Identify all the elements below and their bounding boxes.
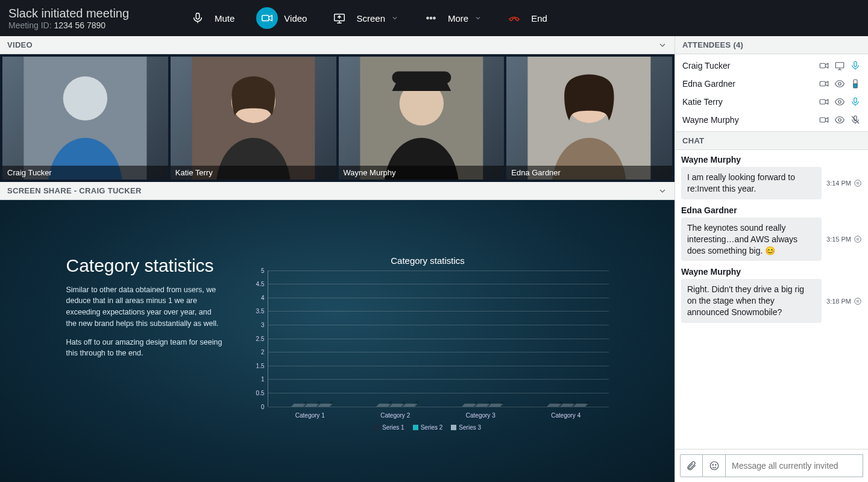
chat-text: Right. Didn't they drive a big rig on th… bbox=[681, 279, 822, 323]
svg-point-30 bbox=[855, 298, 861, 305]
svg-rect-22 bbox=[820, 99, 825, 104]
more-button[interactable]: More bbox=[420, 7, 482, 29]
chat-meta: 3:15 PM bbox=[826, 235, 862, 243]
chevron-down-icon bbox=[658, 186, 667, 196]
bar-chart: 0 0.5 1 1.5 2 2.5 3 3.5 4 4.5 5 Category… bbox=[247, 271, 609, 427]
svg-point-23 bbox=[838, 101, 841, 104]
microphone-icon bbox=[850, 96, 861, 107]
svg-rect-21 bbox=[854, 84, 857, 88]
message-options-icon[interactable] bbox=[854, 297, 862, 305]
screen-label: Screen bbox=[356, 13, 385, 23]
attendee-row[interactable]: Edna Gardner bbox=[675, 75, 868, 93]
svg-rect-0 bbox=[196, 13, 200, 19]
video-tile[interactable]: Wayne Murphy bbox=[339, 57, 505, 180]
video-icon bbox=[256, 7, 278, 29]
svg-point-32 bbox=[712, 465, 714, 466]
video-tile[interactable]: Craig Tucker bbox=[2, 57, 168, 180]
video-button[interactable]: Video bbox=[256, 7, 307, 29]
attendees-section-title: ATTENDEES (4) bbox=[682, 40, 743, 49]
hang-up-icon bbox=[503, 7, 525, 29]
camera-icon bbox=[819, 60, 829, 71]
more-icon bbox=[420, 7, 442, 29]
svg-point-7 bbox=[63, 77, 107, 120]
attendees-list: Craig Tucker Edna Gardner Katie Terry Wa… bbox=[675, 54, 868, 131]
svg-point-5 bbox=[433, 17, 435, 19]
microphone-icon bbox=[187, 7, 209, 29]
microphone-muted-icon bbox=[850, 114, 861, 125]
x-tick-label: Category 3 bbox=[466, 412, 495, 419]
camera-icon bbox=[819, 78, 829, 89]
attendee-row[interactable]: Katie Terry bbox=[675, 93, 868, 111]
chat-meta: 3:18 PM bbox=[826, 297, 862, 305]
chat-message: Edna Gardner The keynotes sound really i… bbox=[681, 205, 862, 261]
x-tick-label: Category 4 bbox=[551, 412, 580, 419]
svg-rect-18 bbox=[820, 81, 825, 86]
eye-icon bbox=[834, 114, 845, 125]
smiley-icon bbox=[709, 460, 720, 471]
avatar bbox=[339, 57, 505, 180]
mute-label: Mute bbox=[215, 13, 234, 23]
screen-button[interactable]: Screen bbox=[329, 7, 398, 29]
video-tile[interactable]: Katie Terry bbox=[171, 57, 336, 180]
video-label: Video bbox=[284, 13, 307, 23]
meeting-id-label: Meeting ID: bbox=[8, 20, 52, 30]
x-tick-label: Category 1 bbox=[295, 412, 325, 419]
legend-item: Series 1 bbox=[374, 424, 404, 431]
svg-point-4 bbox=[430, 17, 432, 19]
svg-point-29 bbox=[855, 236, 861, 243]
chat-author: Edna Gardner bbox=[681, 205, 862, 215]
chevron-down-icon bbox=[474, 14, 482, 22]
video-section-header[interactable]: VIDEO bbox=[0, 36, 675, 54]
meeting-topbar: Slack initiated meeting Meeting ID: 1234… bbox=[0, 0, 868, 36]
chat-section-header[interactable]: CHAT bbox=[675, 132, 868, 150]
chat-author: Wayne Murphy bbox=[681, 267, 862, 277]
message-options-icon[interactable] bbox=[854, 235, 862, 243]
chat-text: The keynotes sound really interesting…an… bbox=[681, 218, 822, 261]
chat-text: I am really looking forward to re:Invent… bbox=[681, 167, 822, 199]
avatar bbox=[2, 57, 168, 180]
video-strip: Craig Tucker Katie Terry Wayne Murphy Ed… bbox=[0, 54, 675, 182]
svg-point-31 bbox=[710, 462, 719, 470]
video-tile-name: Edna Gardner bbox=[506, 166, 672, 180]
screen-share-section-header[interactable]: SCREEN SHARE - CRAIG TUCKER bbox=[0, 182, 675, 200]
chat-message: Wayne Murphy Right. Didn't they drive a … bbox=[681, 267, 862, 323]
svg-point-28 bbox=[855, 180, 861, 187]
chat-meta: 3:14 PM bbox=[826, 179, 862, 187]
end-call-button[interactable]: End bbox=[503, 7, 547, 29]
mute-button[interactable]: Mute bbox=[187, 7, 234, 29]
svg-rect-12 bbox=[392, 71, 451, 83]
chat-author: Wayne Murphy bbox=[681, 155, 862, 164]
attendee-name: Katie Terry bbox=[682, 97, 814, 107]
attendees-section-header[interactable]: ATTENDEES (4) bbox=[675, 36, 868, 54]
svg-rect-17 bbox=[854, 61, 857, 66]
attendee-name: Edna Gardner bbox=[682, 79, 814, 89]
attendee-row[interactable]: Wayne Murphy bbox=[675, 111, 868, 129]
microphone-icon bbox=[850, 60, 861, 71]
meeting-info: Slack initiated meeting Meeting ID: 1234… bbox=[8, 7, 165, 30]
attendee-name: Craig Tucker bbox=[682, 61, 814, 70]
attendee-row[interactable]: Craig Tucker bbox=[675, 57, 868, 75]
monitor-icon bbox=[834, 60, 845, 71]
emoji-button[interactable] bbox=[703, 454, 726, 477]
svg-rect-1 bbox=[262, 15, 269, 20]
chat-input[interactable] bbox=[726, 454, 863, 477]
svg-point-33 bbox=[715, 465, 716, 466]
screen-share-area: Category statistics Similar to other dat… bbox=[0, 200, 675, 482]
slide-heading: Category statistics bbox=[66, 255, 223, 276]
chat-message: Wayne Murphy I am really looking forward… bbox=[681, 155, 862, 199]
video-tile[interactable]: Edna Gardner bbox=[506, 57, 672, 180]
legend-item: Series 3 bbox=[451, 424, 481, 431]
attach-button[interactable] bbox=[680, 454, 703, 477]
chat-panel: CHAT Wayne Murphy I am really looking fo… bbox=[675, 131, 868, 482]
avatar bbox=[506, 57, 672, 180]
svg-point-26 bbox=[838, 119, 841, 122]
chevron-down-icon bbox=[391, 14, 398, 22]
attendee-name: Wayne Murphy bbox=[682, 115, 814, 125]
meeting-id-value: 1234 56 7890 bbox=[54, 20, 105, 30]
paperclip-icon bbox=[686, 460, 697, 471]
slide-paragraph: Hats off to our amazing design team for … bbox=[66, 337, 223, 360]
end-label: End bbox=[531, 13, 547, 23]
message-options-icon[interactable] bbox=[854, 179, 862, 187]
eye-icon bbox=[834, 78, 845, 89]
meeting-title: Slack initiated meeting bbox=[8, 7, 165, 20]
